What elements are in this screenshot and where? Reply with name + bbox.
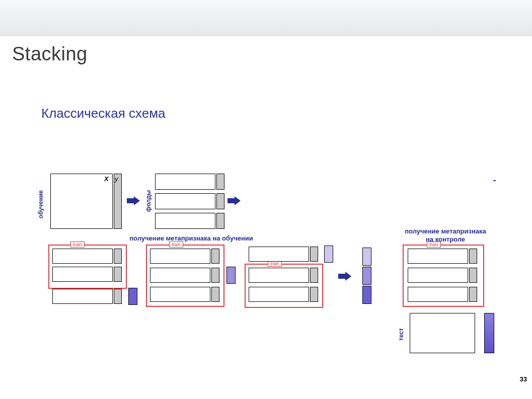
t-y3 [469, 287, 477, 302]
train-x-block [50, 174, 113, 229]
g1-row1 [52, 249, 113, 264]
g3-row2 [249, 268, 309, 283]
g3-row3 [249, 287, 309, 302]
g2-pred-chip [226, 267, 236, 284]
train-tag-4: train [427, 242, 441, 248]
page-number: 33 [520, 375, 527, 383]
header-band [0, 0, 532, 36]
g2-y2 [211, 268, 219, 283]
train-tag-2: train [169, 242, 183, 248]
t-row1 [408, 249, 468, 264]
g3-pred-chip [324, 246, 333, 263]
arrow-right-icon-2 [227, 196, 241, 205]
g3-y3 [310, 287, 318, 302]
g1-pred-chip [128, 288, 137, 305]
g3-row1-holdout [249, 247, 309, 262]
fold-y-1 [216, 174, 224, 190]
g1-row3-holdout [52, 289, 113, 304]
pred-col-1 [362, 248, 371, 266]
t-row2 [408, 268, 468, 283]
x-label: X [104, 175, 109, 183]
g2-y3 [211, 287, 219, 302]
g1-row2 [52, 267, 113, 282]
g1-y2 [114, 267, 122, 282]
slide-title: Stacking [12, 43, 88, 65]
g2-row3 [150, 287, 210, 302]
test-pred-column [484, 313, 494, 353]
caption-train-meta: получение метапризнака на обучении [111, 234, 272, 242]
label-training-vertical: обучение [37, 190, 44, 218]
t-row3 [408, 287, 468, 302]
t-y2 [469, 268, 477, 283]
label-test-vertical: тест [398, 328, 405, 341]
g2-row1 [150, 249, 210, 264]
g1-y1 [114, 249, 122, 264]
decorative-tick [493, 180, 496, 181]
fold-y-2 [216, 193, 224, 209]
arrow-right-icon [127, 196, 140, 205]
caption-test-meta-2: на контроле [393, 235, 498, 243]
fold-row-3 [155, 213, 215, 229]
pred-col-2 [362, 267, 371, 285]
y-label: y [115, 175, 118, 183]
fold-row-1 [155, 174, 215, 190]
arrow-right-icon-3 [338, 272, 351, 281]
slide-subtitle: Классическая схема [41, 106, 166, 121]
t-y1 [469, 249, 477, 264]
fold-row-2 [155, 193, 215, 209]
test-x-block [410, 313, 475, 353]
g1-y3 [114, 289, 122, 304]
g2-row2-holdout [150, 268, 210, 283]
g3-y2 [310, 268, 318, 283]
train-tag-1: train [70, 242, 85, 248]
g2-y1 [211, 249, 219, 264]
g3-y1 [310, 247, 318, 262]
label-folds-vertical: фолды [145, 190, 152, 212]
pred-col-3 [362, 286, 371, 304]
caption-test-meta-1: получение метапризнака [393, 227, 498, 235]
fold-y-3 [216, 213, 224, 229]
